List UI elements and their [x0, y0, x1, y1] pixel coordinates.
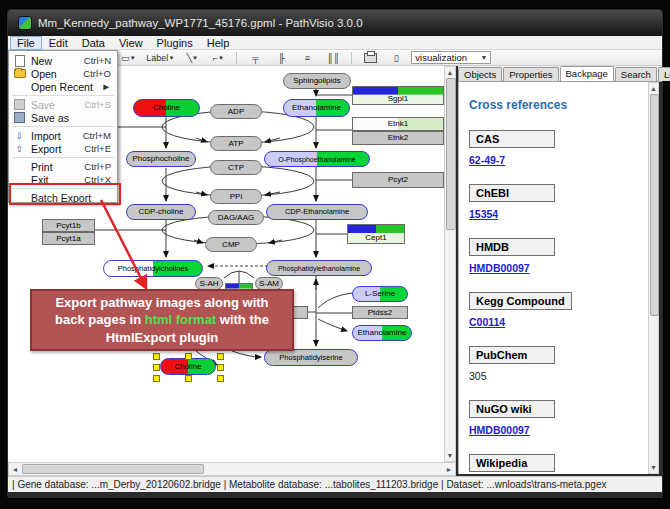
- selection-handle[interactable]: [153, 353, 160, 360]
- xref-link[interactable]: C00114: [469, 316, 505, 328]
- node-cdp-ethanolamine[interactable]: CDP-Ethanolamine: [266, 204, 368, 220]
- scrollbar-thumb[interactable]: [446, 78, 456, 230]
- window-title: Mm_Kennedy_pathway_WP1771_45176.gpml - P…: [38, 17, 363, 29]
- backpage-panel: Cross references CAS 62-49-7 ChEBI 15354…: [458, 82, 648, 474]
- xref-db-title: Kegg Compound: [469, 292, 572, 310]
- node-phosphatidylcholines[interactable]: Phosphatidylcholines: [103, 260, 203, 277]
- import-icon: ⇩: [13, 131, 26, 141]
- selection-handle[interactable]: [153, 364, 160, 371]
- tab-backpage[interactable]: Backpage: [560, 66, 614, 81]
- print-button[interactable]: [359, 50, 381, 65]
- node-etnk2[interactable]: Etnk2: [352, 131, 444, 145]
- node-pcyt2[interactable]: Pcyt2: [352, 172, 444, 188]
- node-dag-aag[interactable]: DAG/AAG: [208, 210, 264, 225]
- status-bar: | Gene database: ...m_Derby_20120602.bri…: [8, 476, 662, 492]
- node-ctp[interactable]: CTP: [210, 160, 262, 175]
- node-ptdss2[interactable]: Ptdss2: [352, 306, 408, 319]
- menu-help[interactable]: Help: [200, 37, 237, 49]
- datanode-tool-button[interactable]: ▭▼: [117, 50, 139, 65]
- node-sphingolipids[interactable]: Sphingolipids: [283, 73, 351, 89]
- tab-objects[interactable]: Objects: [458, 67, 502, 81]
- xref-section-kegg: Kegg Compound C00114: [469, 291, 648, 328]
- scrollbar-thumb[interactable]: [22, 464, 204, 474]
- export-icon: ⇧: [13, 144, 26, 154]
- selection-handle[interactable]: [217, 375, 224, 382]
- menu-item-print[interactable]: Print Ctrl+P: [9, 160, 117, 173]
- xref-link[interactable]: HMDB00097: [469, 262, 530, 274]
- menu-item-import[interactable]: ⇩ Import Ctrl+M: [9, 129, 117, 142]
- stack-vertical-button[interactable]: ≡: [296, 50, 318, 65]
- stack-horizontal-button[interactable]: ║║: [322, 50, 344, 65]
- menu-view[interactable]: View: [112, 37, 150, 49]
- selection-handle[interactable]: [185, 375, 192, 382]
- xref-link[interactable]: 62-49-7: [469, 154, 505, 166]
- chevron-down-icon: ▼: [480, 54, 487, 61]
- menu-edit[interactable]: Edit: [42, 37, 75, 49]
- selection-handle[interactable]: [217, 353, 224, 360]
- node-cdp-choline[interactable]: CDP-choline: [126, 204, 196, 220]
- node-pcyt1a[interactable]: Pcyt1a: [42, 232, 95, 245]
- scroll-up-arrow[interactable]: ▲: [445, 67, 455, 77]
- tab-properties[interactable]: Properties: [503, 67, 558, 81]
- chevron-down-icon: ▼: [192, 55, 198, 61]
- node-ethanolamine-bottom[interactable]: Ethanolamine: [352, 325, 412, 341]
- menu-data[interactable]: Data: [75, 37, 112, 49]
- menu-plugins[interactable]: Plugins: [150, 37, 200, 49]
- menu-item-save[interactable]: Save Ctrl+S: [9, 98, 117, 111]
- label-tool-button[interactable]: Label▼: [143, 50, 177, 65]
- node-pcyt1b[interactable]: Pcyt1b: [42, 219, 95, 232]
- canvas-horizontal-scrollbar[interactable]: ◄ ►: [8, 462, 456, 476]
- connector-tool-button[interactable]: ⌐▼: [207, 50, 229, 65]
- node-o-phosphoethanolamine[interactable]: O-Phosphoethanolamine: [264, 151, 370, 167]
- canvas-vertical-scrollbar[interactable]: ▲ ▼: [444, 66, 456, 462]
- menu-item-open[interactable]: Open Ctrl+O: [9, 67, 117, 80]
- selection-handle[interactable]: [185, 353, 192, 360]
- selection-handle[interactable]: [153, 375, 160, 382]
- visualization-combobox[interactable]: visualization▼: [411, 51, 491, 64]
- scrollbar-thumb[interactable]: [650, 94, 659, 316]
- printer-icon: [364, 53, 377, 63]
- title-bar: Mm_Kennedy_pathway_WP1771_45176.gpml - P…: [8, 10, 662, 36]
- annotation-callout: Export pathway images along with back pa…: [30, 289, 294, 351]
- scroll-down-arrow[interactable]: ▼: [445, 450, 455, 460]
- node-phosphatidylserine[interactable]: Phosphatidylserine: [264, 349, 358, 366]
- menu-item-save-as[interactable]: Save as: [9, 111, 117, 124]
- panel-vertical-scrollbar[interactable]: ▲ ▼: [648, 82, 659, 474]
- align-middle-button[interactable]: ╟: [270, 50, 292, 65]
- xref-link[interactable]: HMDB00097: [469, 424, 530, 436]
- chevron-down-icon: ▼: [168, 55, 174, 61]
- xref-db-title: NuGO wiki: [469, 400, 555, 418]
- node-choline-bottom-selected[interactable]: Choline: [160, 358, 216, 375]
- annotation-highlight: html format: [145, 312, 217, 327]
- node-cept1[interactable]: Cept1: [347, 224, 405, 244]
- node-phosphocholine[interactable]: Phosphocholine: [126, 151, 196, 167]
- layout-button[interactable]: ▯: [385, 50, 407, 65]
- scroll-up-arrow[interactable]: ▲: [649, 83, 658, 93]
- xref-section-cas: CAS 62-49-7: [469, 129, 648, 166]
- tab-search[interactable]: Search: [615, 67, 657, 81]
- selection-handle[interactable]: [217, 364, 224, 371]
- node-l-serine[interactable]: L-Serine: [352, 286, 408, 302]
- node-sgpl1[interactable]: Sgpl1: [352, 86, 444, 105]
- node-ethanolamine-top[interactable]: Ethanolamine: [283, 99, 350, 117]
- node-etnk1[interactable]: Etnk1: [352, 117, 444, 131]
- menu-file[interactable]: File: [10, 36, 42, 50]
- node-adp[interactable]: ADP: [210, 104, 262, 119]
- tab-legend[interactable]: Legend: [658, 67, 670, 81]
- node-choline-top[interactable]: Choline: [133, 99, 200, 117]
- node-atp[interactable]: ATP: [210, 136, 262, 151]
- xref-db-title: ChEBI: [469, 184, 555, 202]
- menu-item-open-recent[interactable]: Open Recent ►: [9, 80, 117, 93]
- line-tool-button[interactable]: ╲▼: [181, 50, 203, 65]
- xref-link[interactable]: 15354: [469, 208, 498, 220]
- submenu-arrow-icon: ►: [102, 81, 111, 92]
- node-cmp[interactable]: CMP: [205, 237, 257, 252]
- scroll-right-arrow[interactable]: ►: [444, 464, 454, 474]
- node-ppi[interactable]: PPi: [210, 189, 262, 204]
- align-center-button[interactable]: ╤: [244, 50, 266, 65]
- scroll-down-arrow[interactable]: ▼: [649, 462, 658, 472]
- scroll-left-arrow[interactable]: ◄: [10, 464, 20, 474]
- node-phosphatidylethanolamine[interactable]: Phosphatidylethanolamine: [266, 260, 372, 276]
- menu-item-new[interactable]: New Ctrl+N: [9, 54, 117, 67]
- menu-item-export[interactable]: ⇧ Export Ctrl+E: [9, 142, 117, 155]
